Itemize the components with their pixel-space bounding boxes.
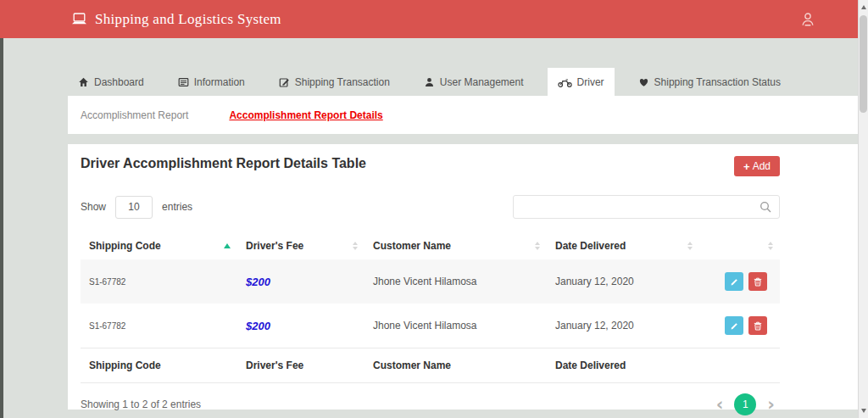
cell-shipping-code: S1-67782: [81, 259, 237, 304]
heart-icon: [638, 77, 649, 87]
edit-button[interactable]: [725, 316, 743, 335]
entries-summary: Showing 1 to 2 of 2 entries: [81, 398, 201, 410]
footer-actions: [699, 348, 780, 383]
show-label: Show: [81, 201, 106, 213]
content-panel: Driver Accomplishment Report Details Tab…: [68, 144, 858, 410]
chevron-right-icon[interactable]: ›: [767, 396, 775, 414]
tab-user-management[interactable]: User Management: [414, 68, 534, 96]
cell-date-delivered: January 12, 2020: [547, 259, 699, 304]
column-header-shipping-code[interactable]: Shipping Code: [81, 232, 237, 259]
page-title: Driver Accomplishment Report Details Tab…: [81, 156, 366, 171]
add-button-label: Add: [753, 160, 771, 172]
delete-button[interactable]: [748, 272, 767, 291]
column-header-date-delivered[interactable]: Date Delivered: [547, 232, 699, 259]
column-label: Shipping Code: [89, 240, 161, 252]
entries-label: entries: [162, 201, 192, 213]
cell-customer-name: Jhone Vicent Hilamosa: [364, 259, 547, 304]
tab-label: Dashboard: [94, 76, 144, 88]
search-icon: [760, 201, 772, 217]
tab-shipping-transaction-status[interactable]: Shipping Transaction Status: [628, 68, 791, 96]
tab-label: Driver: [577, 76, 604, 88]
table-footer-row: Shipping Code Driver's Fee Customer Name…: [81, 348, 780, 383]
cell-drivers-fee: $200: [237, 259, 364, 304]
edit-button[interactable]: [725, 272, 743, 291]
vertical-scrollbar[interactable]: [858, 0, 868, 418]
column-header-actions[interactable]: [699, 232, 780, 259]
table-header-row: Shipping Code Driver's Fee Customer Name…: [81, 232, 780, 259]
sort-both-icon: [768, 242, 773, 250]
tab-label: Information: [194, 76, 245, 88]
cell-actions: [699, 259, 780, 304]
tab-driver[interactable]: Driver: [548, 68, 615, 96]
column-label: Date Delivered: [555, 240, 626, 252]
column-label: Driver's Fee: [246, 240, 303, 252]
delete-button[interactable]: [748, 316, 767, 335]
tab-information[interactable]: Information: [168, 68, 255, 96]
cell-shipping-code: S1-67782: [81, 304, 237, 348]
sub-navigation: Accomplishment Report Accomplishment Rep…: [68, 96, 858, 134]
table-row: S1-67782 $200 Jhone Vicent Hilamosa Janu…: [81, 259, 780, 304]
main-navigation: Dashboard Information Shipping Transacti…: [68, 68, 858, 96]
scroll-up-arrow-icon[interactable]: [861, 5, 866, 9]
scrollbar-thumb[interactable]: [860, 15, 867, 113]
column-label: Customer Name: [373, 240, 451, 252]
search-input[interactable]: [514, 196, 779, 218]
entries-count-input[interactable]: [115, 196, 153, 219]
home-icon: [78, 77, 89, 87]
pencil-icon: [730, 321, 739, 331]
column-header-customer-name[interactable]: Customer Name: [364, 232, 547, 259]
sort-both-icon: [353, 242, 358, 250]
tab-label: Shipping Transaction: [295, 76, 390, 88]
page-number-button[interactable]: 1: [734, 393, 756, 415]
edit-square-icon: [279, 77, 290, 87]
cell-actions: [699, 304, 780, 348]
search-box: [513, 195, 780, 219]
window-edge: [0, 0, 3, 418]
table-row: S1-67782 $200 Jhone Vicent Hilamosa Janu…: [81, 304, 780, 348]
cell-customer-name: Jhone Vicent Hilamosa: [364, 304, 547, 348]
show-entries-control: Show entries: [81, 196, 192, 219]
sort-both-icon: [535, 242, 540, 250]
footer-shipping-code: Shipping Code: [81, 348, 237, 383]
pencil-icon: [730, 277, 739, 287]
chevron-left-icon[interactable]: ‹: [716, 396, 724, 414]
subnav-accomplishment-report[interactable]: Accomplishment Report: [81, 109, 188, 121]
trash-icon: [754, 277, 762, 287]
subnav-accomplishment-report-details[interactable]: Accomplishment Report Details: [229, 109, 382, 121]
cell-drivers-fee: $200: [237, 304, 364, 348]
column-header-drivers-fee[interactable]: Driver's Fee: [237, 232, 364, 259]
add-button[interactable]: + Add: [734, 156, 780, 176]
tab-label: Shipping Transaction Status: [654, 76, 781, 88]
info-card-icon: [178, 77, 189, 87]
sort-asc-icon: [224, 243, 231, 248]
footer-date-delivered: Date Delivered: [547, 348, 699, 383]
tab-label: User Management: [440, 76, 524, 88]
user-icon: [424, 77, 435, 87]
footer-customer-name: Customer Name: [364, 348, 547, 383]
tab-shipping-transaction[interactable]: Shipping Transaction: [269, 68, 400, 96]
scroll-down-arrow-icon[interactable]: [861, 409, 866, 413]
cell-date-delivered: January 12, 2020: [547, 304, 699, 348]
laptop-icon: [71, 13, 87, 25]
app-header: Shipping and Logistics System: [0, 0, 858, 38]
report-details-table: Shipping Code Driver's Fee Customer Name…: [81, 232, 780, 383]
plus-icon: +: [743, 161, 750, 172]
footer-drivers-fee: Driver's Fee: [237, 348, 364, 383]
motorcycle-icon: [558, 77, 572, 87]
sort-both-icon: [687, 242, 693, 250]
pagination: ‹ 1 ›: [716, 393, 780, 415]
app-title: Shipping and Logistics System: [95, 11, 281, 28]
tab-dashboard[interactable]: Dashboard: [68, 68, 154, 96]
user-profile-icon[interactable]: [800, 12, 815, 27]
trash-icon: [754, 321, 762, 331]
